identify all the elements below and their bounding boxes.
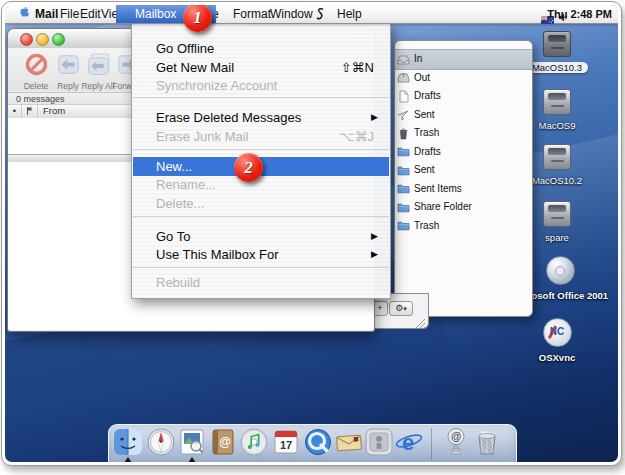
dock-itunes-icon[interactable] (239, 427, 269, 457)
reply-icon (56, 52, 81, 77)
menu-separator (133, 149, 389, 150)
resize-grip-icon[interactable] (415, 315, 426, 326)
dock-system-preferences-icon[interactable] (364, 427, 394, 457)
submenu-arrow-icon: ▶ (371, 245, 378, 264)
folder-icon (397, 201, 410, 214)
column-flag[interactable] (22, 105, 38, 118)
running-indicator-icon (124, 457, 132, 462)
menu-bar-clock[interactable]: Thu 2:48 PM (547, 5, 612, 23)
cd-icon (546, 256, 575, 285)
dock-preview-icon[interactable] (177, 427, 207, 457)
dock-trash-icon[interactable] (472, 427, 502, 457)
menu-item-go-to[interactable]: Go To▶ (133, 227, 389, 246)
desktop: Delete Reply Reply All Forward 0 message… (5, 5, 618, 462)
shortcut-erase-junk-mail: ⌥⌘J (340, 127, 374, 146)
delete-icon (24, 52, 49, 77)
running-indicator-icon (188, 457, 196, 462)
dock-quicktime-icon[interactable] (303, 427, 333, 457)
menu-item-erase-deleted-messages[interactable]: Erase Deleted Messages▶ (133, 108, 389, 127)
script-menu-icon[interactable] (315, 7, 325, 25)
drawer-item-drafts[interactable]: Drafts (395, 87, 532, 106)
svg-text:@: @ (451, 430, 461, 442)
drawer-item-share-folder[interactable]: Share Folder (395, 198, 532, 217)
zoom-button[interactable] (52, 33, 65, 46)
menu-item-go-offline[interactable]: Go Offline (133, 39, 389, 58)
drawer-item-folder-drafts[interactable]: Drafts (395, 143, 532, 162)
screenshot-frame: Delete Reply Reply All Forward 0 message… (1, 1, 622, 466)
menu-item-delete[interactable]: Delete... (133, 194, 389, 213)
column-read-dot[interactable]: • (8, 105, 22, 118)
desktop-icon-osxvnc[interactable]: NC OSXvnc (512, 318, 602, 365)
menu-separator (133, 216, 389, 217)
caret-down-icon: ▾ (403, 305, 407, 312)
apple-menu[interactable] (17, 7, 30, 25)
menu-separator (133, 267, 389, 268)
drawer-item-folder-trash[interactable]: Trash (395, 217, 532, 236)
menu-separator (133, 97, 389, 98)
drawer-item-sent-items[interactable]: Sent Items (395, 180, 532, 199)
dock-address-book-icon[interactable]: @ (208, 427, 238, 457)
menu-item-get-new-mail[interactable]: Get New Mail⇧⌘N (133, 58, 389, 77)
submenu-arrow-icon: ▶ (371, 108, 378, 127)
menu-edit[interactable]: Edit (80, 5, 101, 23)
folder-icon (397, 219, 410, 232)
hard-drive-icon (543, 201, 571, 227)
folder-icon (397, 182, 410, 195)
dock-at-stand-icon[interactable]: @ (441, 427, 471, 457)
dock-ical-icon[interactable]: 17 (271, 427, 301, 457)
outbox-icon (397, 71, 410, 84)
menu-format[interactable]: Format (233, 5, 271, 23)
svg-text:e: e (402, 430, 414, 455)
drawer-item-out[interactable]: Out (395, 69, 532, 88)
dock-safari-icon[interactable] (146, 427, 176, 457)
dock-mail-icon[interactable] (334, 427, 364, 457)
hard-drive-icon (543, 89, 571, 115)
menu-file[interactable]: File (60, 5, 79, 23)
drawer-item-sent[interactable]: Sent (395, 106, 532, 125)
dock-separator (431, 428, 432, 460)
menu-window[interactable]: Window (270, 5, 313, 23)
hard-drive-icon (543, 144, 571, 170)
mailbox-action-button[interactable]: ⚙▾ (389, 301, 413, 316)
svg-text:@: @ (219, 435, 231, 449)
menu-bar: Mail File Edit View Message Mailbox Form… (5, 5, 618, 24)
drawer-item-trash[interactable]: Trash (395, 124, 532, 143)
menu-item-rename[interactable]: Rename... (133, 175, 389, 194)
vnc-icon: NC (543, 318, 572, 347)
reply-all-icon (86, 52, 111, 77)
drawer-item-in[interactable]: In (395, 49, 532, 70)
page-icon (397, 90, 410, 103)
dock-internet-explorer-icon[interactable]: e (394, 427, 424, 457)
hard-drive-icon (543, 31, 571, 57)
submenu-arrow-icon: ▶ (371, 227, 378, 246)
folder-icon (397, 164, 410, 177)
trash-icon (397, 127, 410, 140)
menu-help[interactable]: Help (337, 5, 362, 23)
sent-icon (397, 108, 410, 121)
inbox-icon (397, 53, 410, 66)
drawer-item-folder-sent[interactable]: Sent (395, 161, 532, 180)
dock: @ 17 e @ (108, 424, 517, 462)
menu-mail[interactable]: Mail (35, 5, 58, 23)
menu-item-use-this-mailbox-for[interactable]: Use This Mailbox For▶ (133, 245, 389, 264)
dock-finder-icon[interactable] (113, 427, 143, 457)
menu-item-erase-junk-mail[interactable]: Erase Junk Mail⌥⌘J (133, 127, 389, 146)
menu-item-rebuild[interactable]: Rebuild (133, 273, 389, 292)
mailbox-drawer: In Out Drafts Sent Trash Drafts Sent Se (394, 40, 533, 317)
minimize-button[interactable] (36, 33, 49, 46)
shortcut-get-new-mail: ⇧⌘N (341, 58, 374, 77)
svg-text:17: 17 (280, 439, 292, 451)
annotation-badge-2: 2 (234, 153, 263, 182)
folder-icon (397, 145, 410, 158)
menu-item-synchronize-account[interactable]: Synchronize Account (133, 76, 389, 95)
close-button[interactable] (20, 33, 33, 46)
